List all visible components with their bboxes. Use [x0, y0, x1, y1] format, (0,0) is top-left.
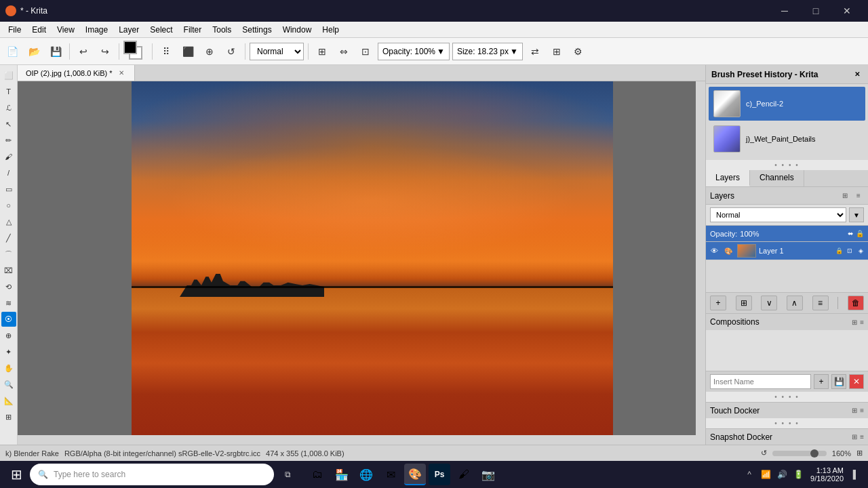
- save-file-btn[interactable]: 💾: [46, 42, 65, 61]
- add-composition-btn[interactable]: +: [814, 374, 829, 389]
- tool-crop[interactable]: ⌧: [1, 263, 16, 278]
- opacity-slider-icon[interactable]: ⬌: [848, 230, 853, 237]
- tool-rectangle[interactable]: ▭: [1, 182, 16, 197]
- tool-freehand[interactable]: ✏: [1, 133, 16, 148]
- blend-mode-select[interactable]: Normal Multiply Screen Overlay: [250, 43, 304, 60]
- layer-visibility-toggle[interactable]: 👁: [709, 245, 719, 256]
- composition-name-input[interactable]: [710, 374, 811, 389]
- opacity-lock-icon[interactable]: 🔒: [856, 230, 864, 237]
- taskbar-app-edge[interactable]: 🌐: [355, 464, 377, 485]
- menu-layer[interactable]: Layer: [113, 24, 144, 36]
- touch-docker-menu[interactable]: ≡: [860, 407, 864, 414]
- settings-btn[interactable]: ⚙: [569, 42, 588, 61]
- mirror-h-btn[interactable]: ⇔: [334, 42, 353, 61]
- layer-properties-btn[interactable]: ≡: [812, 296, 829, 310]
- new-file-btn[interactable]: 📄: [3, 42, 22, 61]
- canvas-container[interactable]: [18, 81, 705, 445]
- layer-mode-select[interactable]: Normal Multiply Screen: [710, 207, 846, 222]
- undo-btn[interactable]: ↩: [74, 42, 93, 61]
- brush-history-close[interactable]: ✕: [852, 69, 863, 80]
- show-desktop-btn[interactable]: ▌: [849, 468, 863, 481]
- painting-canvas[interactable]: [132, 81, 613, 441]
- open-file-btn[interactable]: 📂: [24, 42, 43, 61]
- canvas-tab[interactable]: OIP (2).jpg (1,008.0 KiB) * ✕: [18, 65, 135, 81]
- snapshot-docker-section[interactable]: Snapshot Docker ⊞ ≡: [706, 428, 868, 445]
- layer-filter-btn[interactable]: ▼: [849, 207, 864, 222]
- layers-expand-icon[interactable]: ⊞: [840, 190, 850, 201]
- taskbar-app-store[interactable]: 🏪: [331, 464, 353, 485]
- menu-file[interactable]: File: [3, 24, 26, 36]
- minimize-btn[interactable]: ─: [769, 0, 800, 22]
- move-up-btn[interactable]: ∨: [761, 296, 777, 310]
- menu-edit[interactable]: Edit: [26, 24, 52, 36]
- snapshot-menu[interactable]: ≡: [860, 433, 864, 441]
- touch-docker-expand[interactable]: ⊞: [852, 407, 857, 414]
- tool-warp[interactable]: ≋: [1, 296, 16, 310]
- start-button[interactable]: ⊞: [5, 464, 27, 485]
- mirror-canvas-btn[interactable]: ⇄: [526, 42, 545, 61]
- tool-text[interactable]: T: [1, 84, 16, 99]
- menu-window[interactable]: Window: [277, 24, 317, 36]
- color-swatches[interactable]: [123, 41, 148, 62]
- tool-zoom[interactable]: 🔍: [1, 377, 16, 392]
- menu-select[interactable]: Select: [144, 24, 178, 36]
- tool-measurement[interactable]: 📐: [1, 393, 16, 408]
- move-down-btn[interactable]: ∧: [787, 296, 803, 310]
- taskbar-app-ps[interactable]: Ps: [429, 464, 450, 485]
- tool-line[interactable]: /: [1, 165, 16, 180]
- tool-select-rect[interactable]: ⬜: [1, 68, 16, 83]
- add-group-btn[interactable]: ⊞: [736, 296, 752, 310]
- opacity-arrow[interactable]: ▼: [437, 47, 445, 56]
- brush-presets-btn[interactable]: ⠿: [157, 42, 176, 61]
- layers-menu-icon[interactable]: ≡: [853, 190, 864, 201]
- tool-reference[interactable]: ⊞: [1, 409, 16, 424]
- tool-smart-patch[interactable]: ✦: [1, 344, 16, 359]
- tray-network[interactable]: 📶: [759, 468, 772, 481]
- layer-inherit-alpha[interactable]: ⊡: [845, 246, 854, 256]
- compositions-expand[interactable]: ⊞: [852, 319, 857, 326]
- tool-freehand-brush[interactable]: 🖌: [1, 149, 16, 164]
- snapshot-expand[interactable]: ⊞: [852, 433, 857, 441]
- taskbar-search[interactable]: 🔍 Type here to search: [30, 464, 274, 485]
- brush-item-pencil2[interactable]: c)_Pencil-2: [709, 87, 865, 121]
- tray-chevron[interactable]: ^: [743, 468, 756, 481]
- tool-bezier[interactable]: ⌒: [1, 247, 16, 262]
- menu-image[interactable]: Image: [80, 24, 113, 36]
- wrap-around-btn[interactable]: ⊡: [356, 42, 375, 61]
- tab-close-btn[interactable]: ✕: [117, 68, 126, 78]
- transform-reset-btn[interactable]: ↺: [222, 42, 241, 61]
- fg-color-swatch[interactable]: [123, 41, 137, 54]
- fill-btn[interactable]: ⬛: [178, 42, 197, 61]
- tool-ellipse[interactable]: ○: [1, 198, 16, 213]
- remove-composition-btn[interactable]: ✕: [849, 374, 864, 389]
- horizontal-scrollbar[interactable]: [18, 435, 705, 445]
- table-row[interactable]: 👁 🎨 Layer 1 🔒 ⊡ ◈: [706, 242, 868, 260]
- tray-battery[interactable]: 🔋: [791, 468, 805, 481]
- taskbar-clock[interactable]: 1:13 AM 9/18/2020: [810, 466, 844, 483]
- tool-transform[interactable]: ⟲: [1, 279, 16, 294]
- add-layer-btn[interactable]: +: [710, 296, 726, 310]
- brush-item-wetpaint[interactable]: j)_Wet_Paint_Details: [709, 122, 865, 156]
- menu-settings[interactable]: Settings: [237, 24, 277, 36]
- taskbar-app-mail[interactable]: ✉: [380, 464, 401, 485]
- taskbar-app-photos[interactable]: 📷: [477, 464, 499, 485]
- task-view-btn[interactable]: ⧉: [277, 464, 298, 485]
- tool-edit-shapes[interactable]: ↖: [1, 117, 16, 131]
- tool-polygon[interactable]: △: [1, 214, 16, 229]
- redo-btn[interactable]: ↪: [96, 42, 115, 61]
- menu-filter[interactable]: Filter: [178, 24, 208, 36]
- lock-alpha-btn[interactable]: ⊞: [313, 42, 332, 61]
- layer-onion-skin[interactable]: ◈: [856, 246, 865, 256]
- erase-toggle-btn[interactable]: ⊕: [200, 42, 219, 61]
- wrap-mode-btn[interactable]: ⊞: [547, 42, 566, 61]
- tool-picker[interactable]: ⊕: [1, 328, 16, 343]
- taskbar-app-misc1[interactable]: 🖌: [453, 464, 475, 485]
- tab-channels[interactable]: Channels: [750, 170, 804, 186]
- size-arrow[interactable]: ▼: [510, 47, 518, 56]
- tab-layers[interactable]: Layers: [706, 170, 750, 186]
- menu-tools[interactable]: Tools: [207, 24, 237, 36]
- vertical-scrollbar[interactable]: [696, 81, 705, 445]
- save-composition-btn[interactable]: 💾: [831, 374, 846, 389]
- zoom-slider[interactable]: [772, 451, 827, 456]
- layer-alpha-lock[interactable]: 🔒: [834, 246, 844, 256]
